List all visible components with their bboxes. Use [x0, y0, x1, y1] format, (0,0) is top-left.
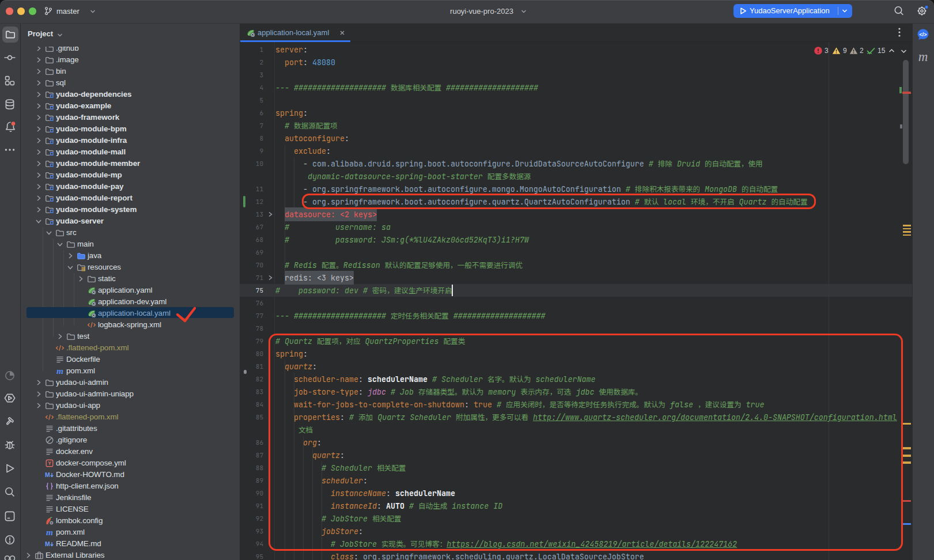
svg-text:M: M: [45, 471, 50, 478]
svg-text:Y: Y: [48, 460, 51, 466]
svg-text:m: m: [56, 366, 63, 376]
svg-text:M: M: [45, 540, 50, 547]
svg-text:m: m: [46, 528, 53, 537]
svg-text:</>: </>: [919, 32, 927, 37]
